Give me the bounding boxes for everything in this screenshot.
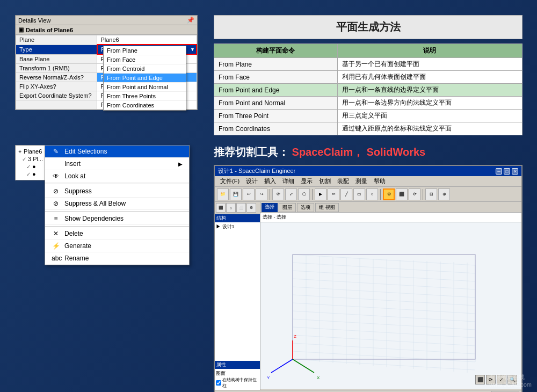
tb-btn-rect[interactable]: ▭: [353, 188, 365, 200]
cm-item-delete[interactable]: ✕ Delete: [45, 228, 189, 240]
vert-btn-1[interactable]: ⬛: [216, 203, 226, 213]
tree-label-3pl: 3 Pl...: [28, 156, 43, 162]
menu-file[interactable]: 文件(F): [217, 177, 243, 186]
dd-item-fromcentroid[interactable]: From Centroid: [104, 64, 186, 74]
watermark-url: www.1CAE.com: [489, 381, 532, 388]
svg-text:Y: Y: [267, 375, 270, 380]
tb-btn-line[interactable]: ╱: [340, 188, 352, 200]
prop-checkbox[interactable]: [216, 380, 221, 386]
row-label-plane: Plane: [16, 35, 97, 45]
section-header: ▣ Details of Plane6: [16, 25, 197, 35]
tb-btn-mirror[interactable]: ⬡: [298, 188, 310, 200]
col-header-desc: 说明: [337, 44, 522, 58]
tb-btn-3[interactable]: ↩: [243, 188, 255, 200]
vert-btn-2[interactable]: ○: [226, 203, 236, 213]
row-label-flip: Flip XY-Axes?: [16, 82, 97, 91]
tab-options[interactable]: 选项: [297, 203, 314, 212]
minimize-button[interactable]: ─: [496, 168, 502, 175]
cad-toolbar-1: 📁 💾 ↩ ↪ ⟳ ⤢ ⬡ ▶ ✏ ╱ ▭ ○ ⚙ ⬛ ⟳ ⊟ ⊕: [215, 187, 521, 202]
cm-label-delete: Delete: [64, 230, 83, 237]
tb-btn-plane[interactable]: ⊟: [425, 188, 437, 200]
grid-svg: Y X Z: [260, 222, 521, 389]
tree-icon-sub1: ✓: [26, 164, 31, 170]
tab-selections[interactable]: 选择: [262, 203, 278, 212]
menu-assembly[interactable]: 装配: [334, 177, 352, 186]
dd-item-frompointnormal[interactable]: From Point and Normal: [104, 83, 186, 92]
tb-btn-revolve[interactable]: ⟳: [409, 188, 420, 200]
type-dropdown[interactable]: From Plane From Face From Centroid From …: [103, 46, 186, 111]
dd-item-fromplane[interactable]: From Plane: [104, 46, 186, 55]
plane-cmd-1: From Plane: [214, 58, 338, 71]
cm-item-generate[interactable]: ⚡ Generate: [45, 240, 189, 252]
row-label-reverse: Reverse Normal/Z-Axis?: [16, 73, 97, 82]
collapse-icon: ▣: [18, 26, 24, 33]
dd-item-fromcoords[interactable]: From Coordinates: [104, 101, 186, 110]
insert-arrow: ▶: [178, 161, 183, 167]
menu-measure[interactable]: 测量: [352, 177, 371, 186]
vp-btn-1[interactable]: ⬛: [475, 375, 485, 384]
row-label-coords: [16, 100, 97, 110]
suppress-all-icon: ⊘: [52, 200, 60, 207]
plane-cmd-3: From Point and Edge: [214, 84, 338, 97]
deps-icon: ≡: [52, 215, 60, 222]
cm-separator-2: [45, 211, 189, 212]
tree-label-sub1: ●: [32, 163, 36, 170]
cad-menubar: 文件(F) 设计 插入 详细 显示 切割 装配 测量 帮助: [215, 176, 521, 187]
cm-item-edit-selections[interactable]: ✎ Edit Selections: [45, 146, 189, 158]
cm-label-insert: Insert: [64, 160, 81, 168]
tb-btn-2[interactable]: 💾: [230, 188, 242, 200]
watermark: 有限傅集在线 www.1CAE.com: [489, 373, 532, 388]
menu-design[interactable]: 设计: [243, 177, 261, 186]
recommend-tools: SpaceClaim， SolidWorks: [292, 146, 426, 158]
dd-item-fromthreepoints[interactable]: From Three Points: [104, 92, 186, 101]
row-label-transform: Transform 1 (RMB): [16, 64, 97, 73]
menu-display[interactable]: 显示: [297, 177, 316, 186]
plane-desc-1: 基于另一个已有面创建平面: [337, 58, 522, 71]
cad-area: 推荐切割工具： SpaceClaim， SolidWorks 设计1 - Spa…: [214, 145, 523, 392]
pin-icon: 📌: [187, 17, 194, 24]
structure-item: ▶ 设计1: [216, 223, 259, 230]
vert-toolbar: ⬛ ○ ⬜ ⚙: [215, 202, 260, 214]
svg-text:Z: Z: [294, 334, 296, 339]
menu-cut[interactable]: 切割: [316, 177, 334, 186]
tb-btn-sketch[interactable]: ✏: [328, 188, 339, 200]
right-top-section: 平面生成方法 构建平面命令 说明 From Plane 基于另一个已有面创建平面…: [214, 15, 523, 135]
tb-btn-1[interactable]: 📁: [217, 188, 229, 200]
prop-item-2: 在结构树中保持住柱: [216, 377, 259, 389]
tb-btn-circle[interactable]: ○: [366, 188, 378, 200]
menu-insert[interactable]: 插入: [261, 177, 279, 186]
cm-label-generate: Generate: [64, 242, 91, 250]
cm-item-rename[interactable]: abc Rename: [45, 252, 189, 265]
tab-layers[interactable]: 图层: [279, 203, 296, 212]
cm-label-rename: Rename: [64, 255, 89, 262]
tb-btn-4[interactable]: ↪: [256, 188, 267, 200]
vert-btn-3[interactable]: ⬜: [236, 203, 246, 213]
vert-btn-4[interactable]: ⚙: [246, 203, 256, 213]
close-button[interactable]: ✕: [512, 168, 518, 175]
tb-btn-axis[interactable]: ⊕: [438, 188, 450, 200]
tb-btn-select[interactable]: ▶: [315, 188, 326, 200]
plane-cmd-6: From Coordinates: [214, 122, 338, 135]
tb-btn-active[interactable]: ⚙: [383, 188, 395, 200]
cm-item-suppress-all[interactable]: ⊘ Suppress & All Below: [45, 198, 189, 210]
tb-btn-scale[interactable]: ⤢: [285, 188, 297, 200]
cm-item-insert[interactable]: Insert ▶: [45, 158, 189, 170]
details-titlebar: Details View 📌: [16, 16, 197, 25]
menu-help[interactable]: 帮助: [371, 177, 389, 186]
cm-item-show-deps[interactable]: ≡ Show Dependencies: [45, 213, 189, 225]
cm-label-suppress-all: Suppress & All Below: [64, 200, 126, 207]
cm-separator-3: [45, 226, 189, 227]
cad-left-sidebar: ⬛ ○ ⬜ ⚙ 结构 ▶ 设计1 属性 图面 在结构树中保持住柱: [215, 202, 260, 390]
dd-item-frompointedge[interactable]: From Point and Edge: [104, 74, 186, 83]
tb-btn-extrude[interactable]: ⬛: [396, 188, 408, 200]
plane-desc-2: 利用已有几何体表面创建平面: [337, 71, 522, 84]
dd-item-fromface[interactable]: From Face: [104, 55, 186, 64]
menu-detail[interactable]: 详细: [279, 177, 297, 186]
3d-viewport[interactable]: Y X Z ⬛ ⟳ ⤢ 🔍: [260, 222, 521, 389]
maximize-button[interactable]: □: [504, 168, 510, 175]
cm-item-lookat[interactable]: 👁 Look at: [45, 170, 189, 183]
suppress-icon: ⊘: [52, 187, 60, 195]
tab-groups[interactable]: 组 视图: [315, 203, 339, 212]
cm-item-suppress[interactable]: ⊘ Suppress: [45, 185, 189, 198]
tb-btn-move[interactable]: ⟳: [272, 188, 284, 200]
